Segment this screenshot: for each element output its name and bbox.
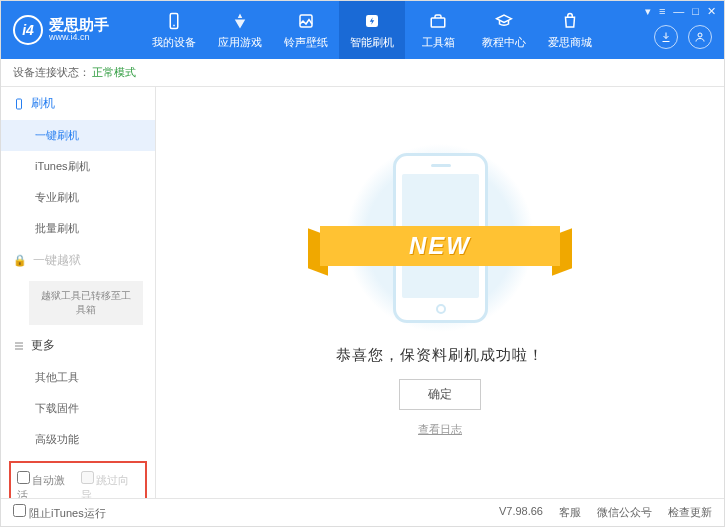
ok-button[interactable]: 确定 bbox=[399, 379, 481, 410]
sidebar-item-advanced[interactable]: 高级功能 bbox=[1, 424, 155, 455]
app-header: i4 爱思助手 www.i4.cn 我的设备 应用游戏 铃声壁纸 智能刷机 bbox=[1, 1, 724, 59]
nav-apps[interactable]: 应用游戏 bbox=[207, 1, 273, 59]
download-button[interactable] bbox=[654, 25, 678, 49]
success-message: 恭喜您，保资料刷机成功啦！ bbox=[336, 346, 544, 365]
toolbox-icon bbox=[428, 11, 448, 31]
success-illustration: NEW bbox=[330, 148, 550, 328]
sidebar-item-itunes[interactable]: iTunes刷机 bbox=[1, 151, 155, 182]
footer: 阻止iTunes运行 V7.98.66 客服 微信公众号 检查更新 bbox=[1, 498, 724, 526]
svg-rect-4 bbox=[431, 18, 445, 27]
app-title: 爱思助手 bbox=[49, 17, 109, 34]
wallpaper-icon bbox=[296, 11, 316, 31]
nav-tutorials[interactable]: 教程中心 bbox=[471, 1, 537, 59]
maximize-icon[interactable]: □ bbox=[692, 5, 699, 18]
new-ribbon: NEW bbox=[320, 226, 560, 266]
settings-icon[interactable]: ≡ bbox=[659, 5, 665, 18]
options-box: 自动激活 跳过向导 bbox=[9, 461, 147, 498]
close-icon[interactable]: ✕ bbox=[707, 5, 716, 18]
ribbon-text: NEW bbox=[409, 232, 471, 260]
sidebar-group-flash[interactable]: 刷机 bbox=[1, 87, 155, 120]
group-title: 一键越狱 bbox=[33, 252, 81, 269]
nav-store[interactable]: 爱思商城 bbox=[537, 1, 603, 59]
nav-flash[interactable]: 智能刷机 bbox=[339, 1, 405, 59]
device-icon bbox=[13, 98, 25, 110]
logo-area: i4 爱思助手 www.i4.cn bbox=[1, 15, 141, 45]
status-label: 设备连接状态： bbox=[13, 65, 90, 80]
group-title: 刷机 bbox=[31, 95, 55, 112]
phone-icon bbox=[164, 11, 184, 31]
status-bar: 设备连接状态： 正常模式 bbox=[1, 59, 724, 87]
nav-label: 教程中心 bbox=[482, 35, 526, 50]
logo-icon: i4 bbox=[13, 15, 43, 45]
footer-wechat[interactable]: 微信公众号 bbox=[597, 505, 652, 520]
footer-update[interactable]: 检查更新 bbox=[668, 505, 712, 520]
main-content: NEW 恭喜您，保资料刷机成功啦！ 确定 查看日志 bbox=[156, 87, 724, 498]
version-label: V7.98.66 bbox=[499, 505, 543, 520]
block-itunes-checkbox[interactable]: 阻止iTunes运行 bbox=[13, 504, 106, 521]
auto-activate-checkbox[interactable]: 自动激活 bbox=[17, 471, 75, 498]
lock-icon: 🔒 bbox=[13, 254, 27, 267]
apps-icon bbox=[230, 11, 250, 31]
nav-label: 工具箱 bbox=[422, 35, 455, 50]
footer-support[interactable]: 客服 bbox=[559, 505, 581, 520]
sidebar-group-jailbreak: 🔒 一键越狱 bbox=[1, 244, 155, 277]
sidebar-item-oneclick[interactable]: 一键刷机 bbox=[1, 120, 155, 151]
sidebar-item-download[interactable]: 下载固件 bbox=[1, 393, 155, 424]
store-icon bbox=[560, 11, 580, 31]
svg-point-5 bbox=[698, 33, 702, 37]
sidebar-item-pro[interactable]: 专业刷机 bbox=[1, 182, 155, 213]
jailbreak-note: 越狱工具已转移至工具箱 bbox=[29, 281, 143, 325]
flash-icon bbox=[362, 11, 382, 31]
group-title: 更多 bbox=[31, 337, 55, 354]
list-icon bbox=[13, 340, 25, 352]
minimize-icon[interactable]: — bbox=[673, 5, 684, 18]
top-nav: 我的设备 应用游戏 铃声壁纸 智能刷机 工具箱 教程中心 bbox=[141, 1, 603, 59]
nav-ringtones[interactable]: 铃声壁纸 bbox=[273, 1, 339, 59]
nav-toolbox[interactable]: 工具箱 bbox=[405, 1, 471, 59]
app-url: www.i4.cn bbox=[49, 33, 109, 43]
status-value: 正常模式 bbox=[92, 65, 136, 80]
svg-rect-6 bbox=[17, 99, 22, 109]
sidebar-group-more[interactable]: 更多 bbox=[1, 329, 155, 362]
sidebar-item-other[interactable]: 其他工具 bbox=[1, 362, 155, 393]
menu-icon[interactable]: ▾ bbox=[645, 5, 651, 18]
nav-my-device[interactable]: 我的设备 bbox=[141, 1, 207, 59]
view-log-link[interactable]: 查看日志 bbox=[418, 422, 462, 437]
sidebar-item-batch[interactable]: 批量刷机 bbox=[1, 213, 155, 244]
nav-label: 爱思商城 bbox=[548, 35, 592, 50]
nav-label: 铃声壁纸 bbox=[284, 35, 328, 50]
nav-label: 我的设备 bbox=[152, 35, 196, 50]
sidebar: 刷机 一键刷机 iTunes刷机 专业刷机 批量刷机 🔒 一键越狱 越狱工具已转… bbox=[1, 87, 156, 498]
window-controls: ▾ ≡ — □ ✕ bbox=[645, 5, 716, 18]
skip-guide-checkbox[interactable]: 跳过向导 bbox=[81, 471, 139, 498]
nav-label: 智能刷机 bbox=[350, 35, 394, 50]
user-button[interactable] bbox=[688, 25, 712, 49]
nav-label: 应用游戏 bbox=[218, 35, 262, 50]
tutorial-icon bbox=[494, 11, 514, 31]
